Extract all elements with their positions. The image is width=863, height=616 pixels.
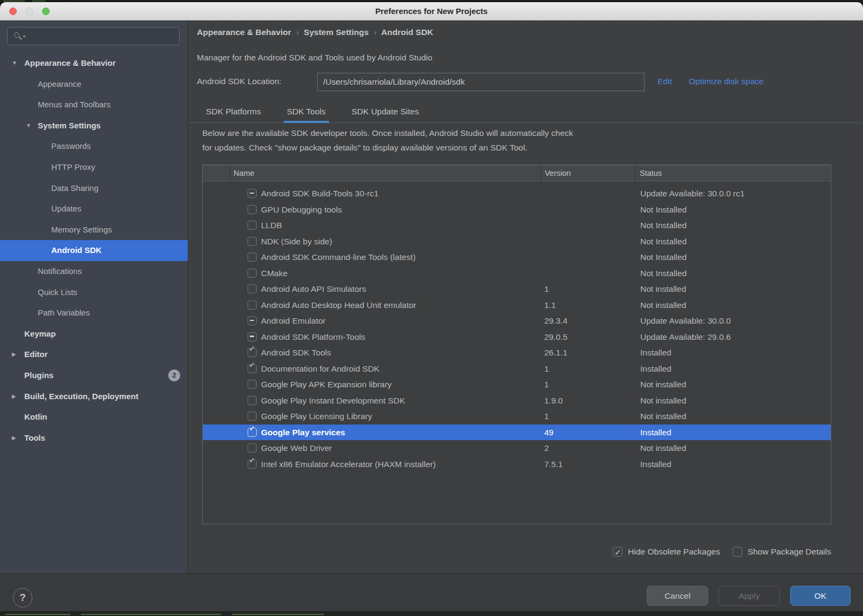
settings-search[interactable]	[7, 27, 180, 45]
sidebar-item-editor[interactable]: ▶Editor	[0, 344, 188, 365]
ok-button[interactable]: OK	[790, 586, 851, 606]
sidebar-item-passwords[interactable]: Passwords	[0, 136, 188, 157]
sidebar-item-build-execution-deployment[interactable]: ▶Build, Execution, Deployment	[0, 386, 188, 407]
package-checkbox[interactable]	[248, 412, 257, 421]
hide-obsolete-packages-checkbox[interactable]	[613, 547, 622, 557]
table-row[interactable]: NDK (Side by side)Not Installed	[203, 234, 831, 250]
sidebar-item-appearance[interactable]: Appearance	[0, 74, 188, 95]
table-row[interactable]: Documentation for Android SDK1Installed	[203, 361, 831, 377]
sidebar-item-label: Tools	[24, 433, 45, 442]
sidebar-item-updates[interactable]: Updates	[0, 199, 188, 220]
sidebar-item-label: HTTP Proxy	[51, 162, 95, 172]
sidebar-item-path-variables[interactable]: Path Variables	[0, 303, 188, 324]
sidebar-item-data-sharing[interactable]: Data Sharing	[0, 178, 188, 199]
edit-link[interactable]: Edit	[657, 77, 672, 86]
table-row[interactable]: Android Auto API Simulators1Not installe…	[203, 281, 831, 297]
package-checkbox[interactable]	[248, 332, 257, 341]
sidebar-item-android-sdk[interactable]: Android SDK	[0, 240, 188, 261]
cancel-button[interactable]: Cancel	[647, 586, 708, 606]
package-status: Not Installed	[640, 265, 687, 282]
table-row[interactable]: Google Play Instant Development SDK1.9.0…	[203, 393, 831, 409]
table-row[interactable]: Google Play APK Expansion library1Not in…	[203, 377, 831, 393]
package-checkbox[interactable]	[248, 443, 257, 453]
optimize-disk-space-link[interactable]: Optimize disk space	[689, 77, 764, 86]
package-checkbox[interactable]	[248, 460, 257, 469]
package-checkbox[interactable]	[248, 300, 257, 310]
table-row[interactable]: Android Auto Desktop Head Unit emulator1…	[203, 297, 831, 313]
chevron-right-icon[interactable]: ▶	[12, 344, 16, 365]
package-checkbox[interactable]	[248, 284, 257, 293]
breadcrumb-item-android-sdk[interactable]: Android SDK	[381, 28, 433, 37]
package-checkbox[interactable]	[248, 348, 257, 357]
show-package-details-label[interactable]: Show Package Details	[748, 547, 831, 557]
table-row[interactable]: Android Emulator29.3.4Update Available: …	[203, 313, 831, 329]
sidebar-item-quick-lists[interactable]: Quick Lists	[0, 282, 188, 303]
package-checkbox[interactable]	[248, 396, 257, 405]
table-row[interactable]: Android SDK Command-line Tools (latest)N…	[203, 249, 831, 265]
window-titlebar[interactable]: Preferences for New Projects	[0, 2, 863, 20]
column-header-version[interactable]: Version	[545, 165, 571, 181]
sidebar-item-label: Notifications	[38, 266, 82, 276]
package-checkbox[interactable]	[248, 189, 257, 198]
package-version: 26.1.1	[544, 345, 567, 361]
package-checkbox[interactable]	[248, 221, 257, 230]
tab-sdk-tools[interactable]: SDK Tools	[284, 101, 329, 123]
sidebar-item-label: Updates	[51, 204, 81, 213]
package-checkbox[interactable]	[248, 252, 257, 262]
tab-sdk-platforms[interactable]: SDK Platforms	[203, 101, 264, 123]
sidebar-item-system-settings[interactable]: ▼System Settings	[0, 115, 188, 136]
chevron-down-icon[interactable]: ▼	[12, 53, 17, 74]
help-button[interactable]: ?	[13, 588, 32, 607]
package-checkbox[interactable]	[248, 380, 257, 389]
sidebar-item-keymap[interactable]: Keymap	[0, 324, 188, 345]
table-row[interactable]: LLDBNot Installed	[203, 217, 831, 234]
chevron-right-icon[interactable]: ▶	[12, 428, 16, 449]
sidebar-item-notifications[interactable]: Notifications	[0, 261, 188, 282]
table-row[interactable]: Google Play Licensing Library1Not instal…	[203, 408, 831, 425]
package-checkbox[interactable]	[248, 428, 257, 437]
package-checkbox[interactable]	[248, 269, 257, 278]
package-version: 29.0.5	[544, 329, 567, 345]
table-row[interactable]: Android SDK Tools26.1.1Installed	[203, 345, 831, 361]
sidebar-item-label: Keymap	[24, 329, 56, 338]
sidebar-item-label: Android SDK	[51, 245, 101, 255]
table-row[interactable]: Android SDK Platform-Tools29.0.5Update A…	[203, 329, 831, 345]
table-row[interactable]: Intel x86 Emulator Accelerator (HAXM ins…	[203, 456, 831, 473]
sidebar-item-http-proxy[interactable]: HTTP Proxy	[0, 157, 188, 178]
sidebar-item-menus-and-toolbars[interactable]: Menus and Toolbars	[0, 94, 188, 115]
plugins-update-badge: 2	[168, 369, 180, 381]
sidebar-item-tools[interactable]: ▶Tools	[0, 428, 188, 449]
table-row[interactable]: CMakeNot Installed	[203, 265, 831, 282]
apply-button[interactable]: Apply	[718, 586, 780, 606]
column-header-status[interactable]: Status	[640, 165, 662, 181]
column-header-name[interactable]: Name	[234, 165, 255, 181]
table-row[interactable]: GPU Debugging toolsNot Installed	[203, 202, 831, 218]
tab-sdk-update-sites[interactable]: SDK Update Sites	[348, 101, 422, 123]
package-checkbox[interactable]	[248, 364, 257, 373]
breadcrumb-item-system-settings[interactable]: System Settings	[304, 28, 369, 37]
package-name: LLDB	[261, 217, 282, 234]
show-package-details-checkbox[interactable]	[732, 547, 742, 557]
chevron-right-icon[interactable]: ▶	[12, 386, 16, 407]
package-status: Installed	[640, 456, 672, 473]
search-filter-chevron-icon[interactable]	[23, 36, 26, 38]
package-checkbox[interactable]	[248, 237, 257, 246]
breadcrumb-separator: ›	[374, 28, 376, 37]
sidebar-item-label: Passwords	[51, 141, 91, 150]
sidebar-item-kotlin[interactable]: Kotlin	[0, 407, 188, 428]
search-input[interactable]	[29, 28, 175, 44]
table-row[interactable]: Android SDK Build-Tools 30-rc1Update Ava…	[203, 186, 831, 202]
package-checkbox[interactable]	[248, 316, 257, 325]
chevron-down-icon[interactable]: ▼	[26, 115, 31, 136]
table-row[interactable]: Google Web Driver2Not installed	[203, 440, 831, 456]
package-status: Not installed	[640, 281, 686, 297]
sidebar-item-plugins[interactable]: Plugins2	[0, 365, 188, 386]
package-checkbox[interactable]	[248, 205, 257, 214]
hide-obsolete-packages-label[interactable]: Hide Obsolete Packages	[628, 547, 720, 557]
sidebar-item-appearance-behavior[interactable]: ▼Appearance & Behavior	[0, 53, 188, 74]
sidebar-item-memory-settings[interactable]: Memory Settings	[0, 220, 188, 241]
breadcrumb-item-appearance-behavior[interactable]: Appearance & Behavior	[197, 28, 291, 37]
table-row[interactable]: Google Play services49Installed	[203, 425, 831, 441]
package-status: Update Available: 29.0.6	[640, 329, 731, 345]
sdk-location-field[interactable]: /Users/chrisarriola/Library/Android/sdk	[317, 73, 645, 91]
